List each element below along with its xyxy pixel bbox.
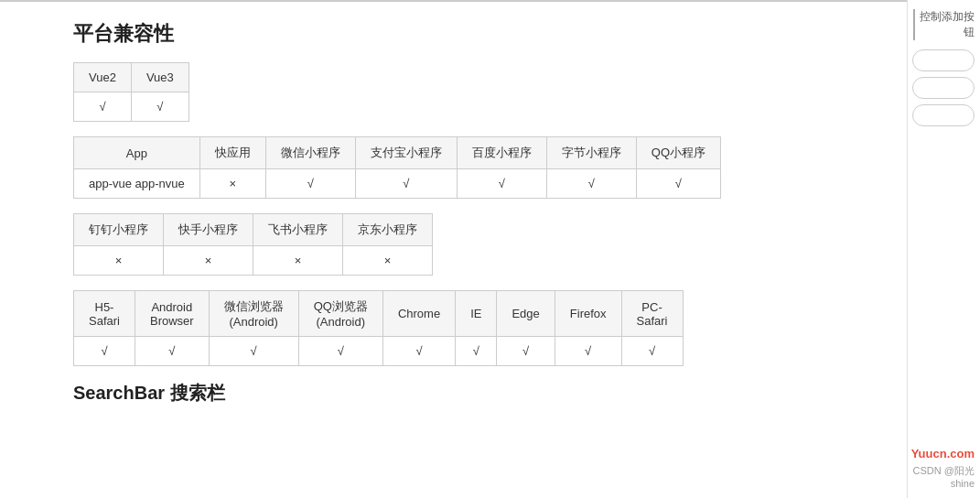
weixin-value: √ — [265, 169, 355, 199]
col-feishu: 飞书小程序 — [253, 214, 343, 246]
col-chrome: Chrome — [382, 291, 455, 337]
table-row: √ √ √ √ √ √ √ √ √ — [74, 337, 684, 366]
col-zijie: 字节小程序 — [546, 137, 636, 169]
section1-title: 平台兼容性 — [73, 20, 879, 48]
col-kuaiapp: 快应用 — [199, 137, 265, 169]
pc-safari-value: √ — [621, 337, 683, 366]
col-vue3: Vue3 — [131, 63, 188, 92]
table-row: × × × × — [74, 246, 433, 276]
col-ie: IE — [456, 291, 497, 337]
browser-compat-table: H5-Safari AndroidBrowser 微信浏览器(Android) … — [73, 290, 684, 366]
col-app: App — [74, 137, 200, 169]
col-weixin-browser: 微信浏览器(Android) — [209, 291, 298, 337]
csdn-watermark: CSDN @阳光shine — [911, 464, 975, 489]
yuucn-watermark: Yuucn.com — [911, 447, 975, 460]
col-weixin: 微信小程序 — [265, 137, 355, 169]
col-vue2: Vue2 — [74, 63, 132, 92]
table-row: √ √ — [74, 92, 189, 122]
app-value: app-vue app-nvue — [74, 169, 200, 199]
vue-compat-table: Vue2 Vue3 √ √ — [73, 62, 189, 122]
kuaiapp-value: × — [199, 169, 265, 199]
browser-compat-table-wrapper: H5-Safari AndroidBrowser 微信浏览器(Android) … — [73, 290, 879, 366]
col-jingdong: 京东小程序 — [343, 214, 433, 246]
col-firefox: Firefox — [555, 291, 621, 337]
sidebar-bottom: Yuucn.com CSDN @阳光shine — [911, 447, 975, 489]
dingding-value: × — [74, 246, 164, 276]
col-kuaishou: 快手小程序 — [164, 214, 253, 246]
zijie-value: √ — [546, 169, 636, 199]
col-alipay: 支付宝小程序 — [355, 137, 457, 169]
table-row: app-vue app-nvue × √ √ √ √ √ — [74, 169, 721, 199]
col-qq-browser: QQ浏览器(Android) — [298, 291, 382, 337]
mini-compat-table: 钉钉小程序 快手小程序 飞书小程序 京东小程序 × × × × — [73, 213, 433, 276]
firefox-value: √ — [555, 337, 621, 366]
mini-compat-table-wrapper: 钉钉小程序 快手小程序 飞书小程序 京东小程序 × × × × — [73, 213, 879, 276]
vue3-value: √ — [131, 92, 188, 122]
qq-browser-value: √ — [298, 337, 382, 366]
alipay-value: √ — [355, 169, 457, 199]
ie-value: √ — [456, 337, 497, 366]
col-edge: Edge — [497, 291, 555, 337]
kuaishou-value: × — [164, 246, 253, 276]
sidebar-input-1[interactable] — [912, 49, 975, 71]
android-browser-value: √ — [135, 337, 209, 366]
jingdong-value: × — [343, 246, 433, 276]
app-compat-table: App 快应用 微信小程序 支付宝小程序 百度小程序 字节小程序 QQ小程序 a… — [73, 136, 721, 199]
col-qq: QQ小程序 — [636, 137, 720, 169]
vue2-value: √ — [74, 92, 132, 122]
main-content: 平台兼容性 Vue2 Vue3 √ √ App 快应用 — [0, 0, 907, 498]
feishu-value: × — [253, 246, 343, 276]
col-android-browser: AndroidBrowser — [135, 291, 209, 337]
sidebar: 控制添加按钮 Yuucn.com CSDN @阳光shine — [907, 0, 980, 498]
sidebar-label: 控制添加按钮 — [913, 9, 975, 40]
qq-value: √ — [636, 169, 720, 199]
sidebar-input-3[interactable] — [912, 104, 975, 126]
col-dingding: 钉钉小程序 — [74, 214, 164, 246]
h5safari-value: √ — [74, 337, 135, 366]
app-compat-table-wrapper: App 快应用 微信小程序 支付宝小程序 百度小程序 字节小程序 QQ小程序 a… — [73, 136, 879, 199]
col-pc-safari: PC-Safari — [621, 291, 683, 337]
sidebar-input-2[interactable] — [912, 77, 975, 99]
chrome-value: √ — [382, 337, 455, 366]
vue-compat-table-wrapper: Vue2 Vue3 √ √ — [73, 62, 879, 122]
baidu-value: √ — [457, 169, 546, 199]
weixin-browser-value: √ — [209, 337, 298, 366]
col-baidu: 百度小程序 — [457, 137, 546, 169]
section2-title: SearchBar 搜索栏 — [73, 381, 879, 406]
edge-value: √ — [497, 337, 555, 366]
col-h5safari: H5-Safari — [74, 291, 135, 337]
